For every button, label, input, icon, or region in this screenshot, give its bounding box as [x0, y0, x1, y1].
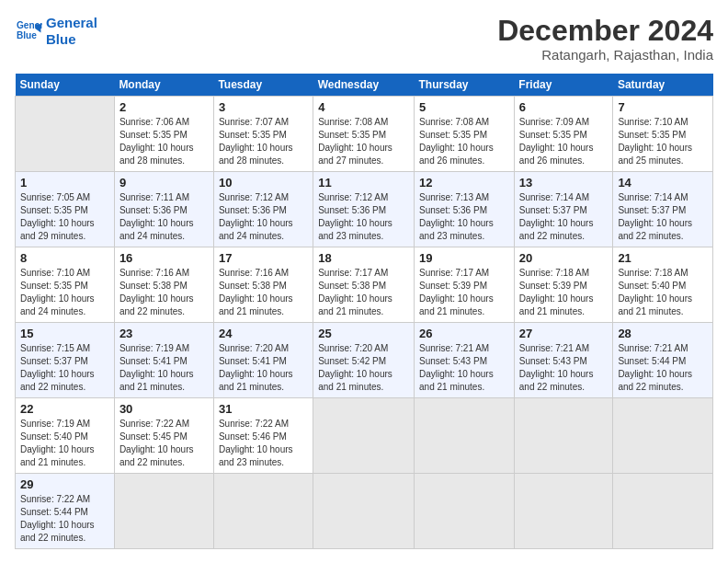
calendar-container: General Blue General Blue December 2024 … — [0, 0, 728, 558]
day-number: 7 — [618, 100, 708, 114]
day-detail: Sunrise: 7:18 AMSunset: 5:40 PMDaylight:… — [618, 267, 708, 318]
day-detail: Sunrise: 7:05 AMSunset: 5:35 PMDaylight:… — [20, 191, 109, 243]
day-number: 19 — [419, 251, 509, 265]
day-detail: Sunrise: 7:22 AMSunset: 5:44 PMDaylight:… — [20, 493, 109, 545]
calendar-cell: 7Sunrise: 7:10 AMSunset: 5:35 PMDaylight… — [613, 97, 713, 172]
day-detail: Sunrise: 7:16 AMSunset: 5:38 PMDaylight:… — [119, 267, 209, 318]
month-year-title: December 2024 — [497, 15, 713, 47]
calendar-cell: 14Sunrise: 7:14 AMSunset: 5:37 PMDayligh… — [613, 172, 713, 247]
logo-text-line2: Blue — [46, 31, 97, 48]
day-detail: Sunrise: 7:10 AMSunset: 5:35 PMDaylight:… — [618, 116, 708, 167]
col-monday: Monday — [114, 74, 213, 97]
day-detail: Sunrise: 7:19 AMSunset: 5:41 PMDaylight:… — [119, 342, 209, 394]
day-number: 9 — [119, 176, 209, 190]
day-number: 26 — [419, 327, 509, 340]
calendar-cell: 3Sunrise: 7:07 AMSunset: 5:35 PMDaylight… — [213, 97, 313, 172]
calendar-cell: 26Sunrise: 7:21 AMSunset: 5:43 PMDayligh… — [415, 323, 515, 398]
calendar-header: General Blue General Blue December 2024 … — [15, 15, 713, 63]
calendar-row: 8Sunrise: 7:10 AMSunset: 5:35 PMDaylight… — [16, 247, 713, 323]
day-number: 21 — [618, 251, 708, 265]
day-detail: Sunrise: 7:06 AMSunset: 5:35 PMDaylight:… — [119, 116, 209, 167]
calendar-cell: 21Sunrise: 7:18 AMSunset: 5:40 PMDayligh… — [613, 247, 713, 323]
day-detail: Sunrise: 7:08 AMSunset: 5:35 PMDaylight:… — [419, 116, 509, 167]
day-detail: Sunrise: 7:20 AMSunset: 5:42 PMDaylight:… — [318, 342, 409, 394]
day-number: 11 — [318, 176, 409, 190]
day-number: 29 — [20, 477, 109, 491]
day-detail: Sunrise: 7:15 AMSunset: 5:37 PMDaylight:… — [20, 342, 109, 394]
calendar-cell: 15Sunrise: 7:15 AMSunset: 5:37 PMDayligh… — [16, 323, 115, 398]
logo: General Blue General Blue — [15, 15, 97, 48]
day-number: 8 — [20, 251, 109, 265]
svg-text:Blue: Blue — [17, 30, 37, 40]
calendar-header-row: Sunday Monday Tuesday Wednesday Thursday… — [16, 74, 713, 97]
calendar-cell — [613, 474, 713, 549]
day-number: 5 — [419, 100, 509, 114]
calendar-table: Sunday Monday Tuesday Wednesday Thursday… — [15, 74, 713, 549]
calendar-cell — [415, 474, 515, 549]
calendar-cell: 28Sunrise: 7:21 AMSunset: 5:44 PMDayligh… — [613, 323, 713, 398]
calendar-cell: 19Sunrise: 7:17 AMSunset: 5:39 PMDayligh… — [415, 247, 515, 323]
calendar-cell: 22Sunrise: 7:19 AMSunset: 5:40 PMDayligh… — [16, 398, 115, 474]
calendar-cell: 11Sunrise: 7:12 AMSunset: 5:36 PMDayligh… — [313, 172, 415, 247]
col-saturday: Saturday — [613, 74, 713, 97]
col-thursday: Thursday — [415, 74, 515, 97]
col-sunday: Sunday — [16, 74, 115, 97]
day-number: 2 — [119, 100, 209, 114]
calendar-cell: 9Sunrise: 7:11 AMSunset: 5:36 PMDaylight… — [114, 172, 213, 247]
day-number: 18 — [318, 251, 409, 265]
day-detail: Sunrise: 7:20 AMSunset: 5:41 PMDaylight:… — [219, 342, 308, 394]
day-number: 4 — [318, 100, 409, 114]
location-subtitle: Ratangarh, Rajasthan, India — [497, 47, 713, 63]
calendar-cell: 5Sunrise: 7:08 AMSunset: 5:35 PMDaylight… — [415, 97, 515, 172]
day-detail: Sunrise: 7:17 AMSunset: 5:38 PMDaylight:… — [318, 267, 409, 318]
calendar-cell — [415, 398, 515, 474]
calendar-row: 29Sunrise: 7:22 AMSunset: 5:44 PMDayligh… — [16, 474, 713, 549]
calendar-cell — [613, 398, 713, 474]
calendar-cell: 16Sunrise: 7:16 AMSunset: 5:38 PMDayligh… — [114, 247, 213, 323]
day-number: 20 — [519, 251, 609, 265]
calendar-cell — [514, 398, 613, 474]
day-detail: Sunrise: 7:07 AMSunset: 5:35 PMDaylight:… — [219, 116, 308, 167]
calendar-cell: 30Sunrise: 7:22 AMSunset: 5:45 PMDayligh… — [114, 398, 213, 474]
calendar-cell: 29Sunrise: 7:22 AMSunset: 5:44 PMDayligh… — [16, 474, 115, 549]
day-detail: Sunrise: 7:21 AMSunset: 5:44 PMDaylight:… — [618, 342, 708, 394]
day-number: 17 — [219, 251, 308, 265]
calendar-cell: 24Sunrise: 7:20 AMSunset: 5:41 PMDayligh… — [213, 323, 313, 398]
calendar-cell: 10Sunrise: 7:12 AMSunset: 5:36 PMDayligh… — [213, 172, 313, 247]
calendar-cell — [114, 474, 213, 549]
title-block: December 2024 Ratangarh, Rajasthan, Indi… — [497, 15, 713, 63]
day-detail: Sunrise: 7:16 AMSunset: 5:38 PMDaylight:… — [219, 267, 308, 318]
day-number: 16 — [119, 251, 209, 265]
calendar-cell: 18Sunrise: 7:17 AMSunset: 5:38 PMDayligh… — [313, 247, 415, 323]
calendar-cell: 17Sunrise: 7:16 AMSunset: 5:38 PMDayligh… — [213, 247, 313, 323]
day-detail: Sunrise: 7:09 AMSunset: 5:35 PMDaylight:… — [519, 116, 609, 167]
day-number: 10 — [219, 176, 308, 190]
day-detail: Sunrise: 7:17 AMSunset: 5:39 PMDaylight:… — [419, 267, 509, 318]
calendar-cell: 25Sunrise: 7:20 AMSunset: 5:42 PMDayligh… — [313, 323, 415, 398]
calendar-row: 2Sunrise: 7:06 AMSunset: 5:35 PMDaylight… — [16, 97, 713, 172]
calendar-cell: 4Sunrise: 7:08 AMSunset: 5:35 PMDaylight… — [313, 97, 415, 172]
calendar-cell: 6Sunrise: 7:09 AMSunset: 5:35 PMDaylight… — [514, 97, 613, 172]
calendar-cell — [16, 97, 115, 172]
day-detail: Sunrise: 7:21 AMSunset: 5:43 PMDaylight:… — [519, 342, 609, 394]
calendar-cell — [213, 474, 313, 549]
calendar-cell: 20Sunrise: 7:18 AMSunset: 5:39 PMDayligh… — [514, 247, 613, 323]
day-detail: Sunrise: 7:10 AMSunset: 5:35 PMDaylight:… — [20, 267, 109, 318]
calendar-row: 15Sunrise: 7:15 AMSunset: 5:37 PMDayligh… — [16, 323, 713, 398]
day-number: 3 — [219, 100, 308, 114]
calendar-cell — [514, 474, 613, 549]
calendar-cell: 27Sunrise: 7:21 AMSunset: 5:43 PMDayligh… — [514, 323, 613, 398]
day-number: 31 — [219, 402, 308, 416]
day-number: 14 — [618, 176, 708, 190]
day-detail: Sunrise: 7:14 AMSunset: 5:37 PMDaylight:… — [519, 191, 609, 243]
day-detail: Sunrise: 7:22 AMSunset: 5:45 PMDaylight:… — [119, 418, 209, 469]
day-number: 22 — [20, 402, 109, 416]
logo-icon: General Blue — [17, 18, 42, 44]
day-number: 12 — [419, 176, 509, 190]
day-detail: Sunrise: 7:14 AMSunset: 5:37 PMDaylight:… — [618, 191, 708, 243]
day-detail: Sunrise: 7:08 AMSunset: 5:35 PMDaylight:… — [318, 116, 409, 167]
calendar-cell — [313, 474, 415, 549]
calendar-cell: 13Sunrise: 7:14 AMSunset: 5:37 PMDayligh… — [514, 172, 613, 247]
day-detail: Sunrise: 7:11 AMSunset: 5:36 PMDaylight:… — [119, 191, 209, 243]
day-number: 13 — [519, 176, 609, 190]
